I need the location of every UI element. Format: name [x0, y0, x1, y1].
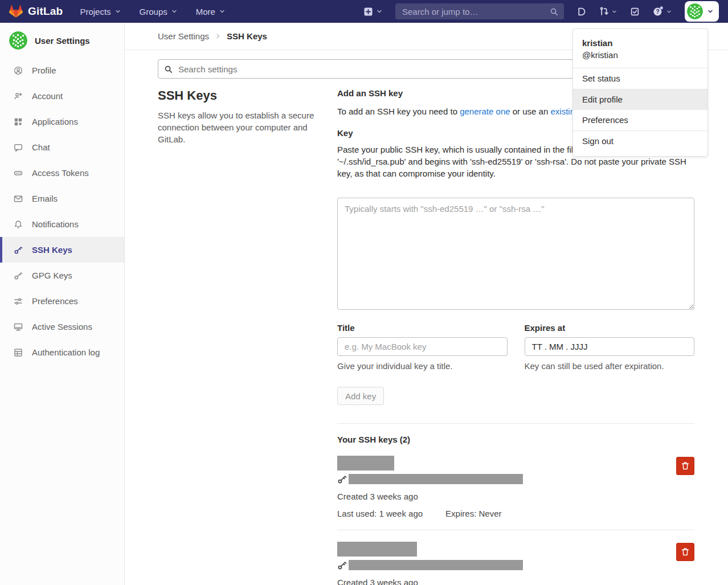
delete-key-button[interactable] — [676, 457, 694, 475]
nav-projects[interactable]: Projects — [80, 7, 121, 17]
expires-at-input[interactable] — [525, 337, 695, 356]
merge-requests-button[interactable] — [599, 6, 617, 17]
account-icon — [14, 92, 23, 101]
chevron-down-icon — [114, 8, 121, 15]
settings-sidebar: User Settings Profile Account Applicatio… — [0, 23, 125, 585]
key-created: Created 3 weeks ago — [337, 492, 660, 501]
key-fingerprint-redacted — [349, 474, 523, 484]
svg-text:?: ? — [656, 8, 659, 15]
gitlab-tanuki-icon — [9, 5, 23, 18]
sidebar-item-notifications[interactable]: Notifications — [0, 211, 124, 237]
user-dropdown-header: kristian @kristian — [573, 34, 707, 68]
top-navbar: GitLab Projects Groups More — [0, 0, 728, 23]
menu-item-sign-out[interactable]: Sign out — [573, 131, 707, 152]
notifications-icon — [14, 220, 23, 229]
section-divider — [337, 423, 694, 424]
sidebar-item-account[interactable]: Account — [0, 83, 124, 109]
chevron-down-icon — [376, 8, 383, 15]
access-tokens-icon — [14, 169, 23, 178]
chevron-down-icon — [707, 8, 714, 15]
key-expires: Expires: Never — [445, 509, 501, 518]
sidebar-item-authentication-log[interactable]: Authentication log — [0, 339, 124, 365]
sidebar-item-applications[interactable]: Applications — [0, 109, 124, 134]
breadcrumb-current: SSH Keys — [227, 31, 267, 41]
user-dropdown-menu: kristian @kristian Set status Edit profi… — [572, 28, 708, 157]
key-title-redacted — [337, 456, 394, 471]
expires-at-label: Expires at — [525, 323, 695, 333]
page-description: SSH keys allow you to establish a secure… — [158, 109, 329, 145]
nav-groups[interactable]: Groups — [140, 7, 178, 17]
page-title: SSH Keys — [158, 88, 329, 103]
nav-more[interactable]: More — [196, 7, 226, 17]
user-name: kristian — [582, 37, 698, 49]
title-label: Title — [337, 323, 508, 333]
navbar-menu: Projects Groups More — [80, 7, 244, 17]
breadcrumb-user-settings[interactable]: User Settings — [158, 31, 209, 41]
todos-button[interactable] — [630, 7, 640, 17]
active-sessions-icon — [14, 322, 23, 332]
gitlab-logo[interactable]: GitLab — [9, 5, 63, 18]
chevron-down-icon — [611, 9, 617, 15]
menu-item-edit-profile[interactable]: Edit profile — [573, 89, 707, 110]
gitlab-wordmark: GitLab — [28, 5, 63, 18]
applications-icon — [14, 117, 23, 126]
chevron-down-icon — [219, 8, 226, 15]
key-title-redacted — [337, 542, 417, 557]
trash-icon — [681, 547, 690, 557]
issues-button[interactable] — [576, 7, 586, 17]
ssh-key-textarea[interactable] — [337, 198, 694, 310]
user-menu-button[interactable] — [685, 1, 719, 22]
sidebar-item-access-tokens[interactable]: Access Tokens — [0, 160, 124, 186]
title-hint: Give your individual key a title. — [337, 361, 508, 371]
key-icon — [337, 474, 347, 484]
issues-icon — [576, 7, 586, 17]
key-icon — [337, 561, 347, 570]
sidebar-item-emails[interactable]: Emails — [0, 186, 124, 211]
preferences-icon — [14, 297, 23, 306]
global-search-input[interactable] — [401, 6, 550, 17]
help-icon: ? — [652, 6, 664, 17]
key-last-used: Last used: 1 week ago — [337, 509, 423, 518]
add-key-button[interactable]: Add key — [337, 387, 384, 405]
chevron-right-icon — [215, 33, 221, 39]
sidebar-item-ssh-keys[interactable]: SSH Keys — [0, 237, 124, 263]
menu-item-set-status[interactable]: Set status — [573, 68, 707, 89]
section-info: SSH Keys SSH keys allow you to establish… — [158, 85, 329, 585]
ssh-key-row: Created 3 weeks ago Last used: 1 week ag… — [337, 456, 694, 518]
delete-key-button[interactable] — [676, 543, 694, 561]
key-title-input[interactable] — [337, 337, 508, 356]
chevron-down-icon — [666, 9, 672, 15]
sidebar-item-profile[interactable]: Profile — [0, 58, 124, 83]
expires-hint: Key can still be used after expiration. — [525, 361, 695, 371]
trash-icon — [681, 461, 690, 471]
todo-icon — [630, 7, 640, 17]
user-avatar — [9, 31, 27, 50]
profile-icon — [14, 66, 23, 75]
emails-icon — [14, 194, 23, 203]
user-username: @kristian — [582, 49, 698, 61]
sidebar-item-preferences[interactable]: Preferences — [0, 288, 124, 314]
generate-one-link[interactable]: generate one — [460, 107, 510, 116]
sidebar-title: User Settings — [35, 36, 90, 46]
sidebar-item-chat[interactable]: Chat — [0, 134, 124, 160]
key-icon — [14, 271, 23, 280]
user-avatar — [687, 3, 703, 19]
plus-menu-icon — [363, 7, 373, 17]
sidebar-header: User Settings — [0, 23, 124, 58]
key-fingerprint-redacted — [349, 560, 523, 570]
chevron-down-icon — [171, 8, 178, 15]
search-icon — [550, 7, 558, 16]
chat-icon — [14, 143, 23, 152]
sidebar-item-active-sessions[interactable]: Active Sessions — [0, 314, 124, 339]
merge-requests-icon — [599, 6, 609, 17]
section-form: Add an SSH key To add an SSH key you nee… — [337, 85, 694, 585]
search-icon — [164, 65, 173, 73]
entry-divider — [337, 530, 694, 530]
authentication-log-icon — [14, 348, 23, 357]
menu-item-preferences[interactable]: Preferences — [573, 110, 707, 130]
sidebar-item-gpg-keys[interactable]: GPG Keys — [0, 263, 124, 288]
new-menu-button[interactable] — [363, 7, 383, 17]
help-button[interactable]: ? — [652, 6, 672, 17]
ssh-key-row: Created 3 weeks ago Last used: 1 week ag… — [337, 542, 694, 585]
global-search[interactable] — [395, 3, 564, 19]
